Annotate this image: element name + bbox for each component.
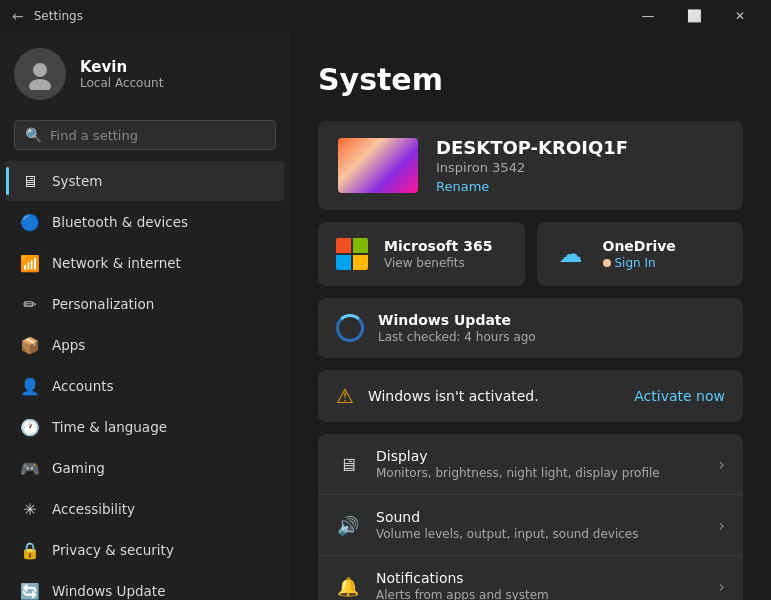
onedrive-info: OneDrive Sign In [603,238,676,270]
sidebar-item-accounts[interactable]: 👤 Accounts [6,366,284,406]
user-info: Kevin Local Account [80,58,163,90]
personalization-nav-icon: ✏️ [20,294,40,314]
gaming-nav-icon: 🎮 [20,458,40,478]
windows-update-card[interactable]: Windows Update Last checked: 4 hours ago [318,298,743,358]
network-nav-icon: 📶 [20,253,40,273]
sidebar-item-accessibility[interactable]: ✳ Accessibility [6,489,284,529]
notifications-setting-sub: Alerts from apps and system [376,588,703,600]
onedrive-sub: Sign In [603,256,676,270]
search-icon: 🔍 [25,127,42,143]
back-icon[interactable]: ← [12,8,24,24]
notifications-chevron-icon: › [719,577,725,596]
device-thumbnail [338,138,418,193]
titlebar-left: ← Settings [12,8,83,24]
update-title: Windows Update [378,312,536,328]
svg-point-0 [33,63,47,77]
sidebar-item-bluetooth[interactable]: 🔵 Bluetooth & devices [6,202,284,242]
accounts-nav-icon: 👤 [20,376,40,396]
bluetooth-nav-icon: 🔵 [20,212,40,232]
sidebar-item-system[interactable]: 🖥 System [6,161,284,201]
app-title: Settings [34,9,83,23]
accounts-nav-label: Accounts [52,378,114,394]
setting-item-display[interactable]: 🖥 Display Monitors, brightness, night li… [318,434,743,495]
bluetooth-nav-label: Bluetooth & devices [52,214,188,230]
nav-container: 🖥 System 🔵 Bluetooth & devices 📶 Network… [0,160,290,600]
page-title: System [318,62,743,97]
setting-item-notifications[interactable]: 🔔 Notifications Alerts from apps and sys… [318,556,743,600]
main-layout: Kevin Local Account 🔍 🖥 System 🔵 Bluetoo… [0,32,771,600]
sound-chevron-icon: › [719,516,725,535]
notifications-setting-title: Notifications [376,570,703,586]
device-name: DESKTOP-KROIQ1F [436,137,723,158]
network-nav-label: Network & internet [52,255,181,271]
display-setting-icon: 🖥 [336,454,360,475]
ms365-icon [334,236,370,272]
activation-alert[interactable]: ⚠ Windows isn't activated. Activate now [318,370,743,422]
user-section[interactable]: Kevin Local Account [0,32,290,116]
ms365-sub: View benefits [384,256,492,270]
sound-setting-icon: 🔊 [336,515,360,536]
device-info: DESKTOP-KROIQ1F Inspiron 3542 Rename [436,137,723,194]
time-nav-icon: 🕐 [20,417,40,437]
personalization-nav-label: Personalization [52,296,154,312]
sidebar-item-privacy[interactable]: 🔒 Privacy & security [6,530,284,570]
sidebar-item-network[interactable]: 📶 Network & internet [6,243,284,283]
notifications-setting-icon: 🔔 [336,576,360,597]
sound-setting-title: Sound [376,509,703,525]
accessibility-nav-label: Accessibility [52,501,135,517]
system-nav-icon: 🖥 [20,171,40,191]
content-area: System DESKTOP-KROIQ1F Inspiron 3542 Ren… [290,32,771,600]
onedrive-icon: ☁ [553,236,589,272]
sidebar-item-winupdate[interactable]: 🔄 Windows Update [6,571,284,600]
sidebar-item-personalization[interactable]: ✏️ Personalization [6,284,284,324]
winupdate-nav-label: Windows Update [52,583,165,599]
quick-cards: Microsoft 365 View benefits ☁ OneDrive S… [318,222,743,286]
user-name: Kevin [80,58,163,76]
display-setting-sub: Monitors, brightness, night light, displ… [376,466,703,480]
sound-setting-sub: Volume levels, output, input, sound devi… [376,527,703,541]
sidebar: Kevin Local Account 🔍 🖥 System 🔵 Bluetoo… [0,32,290,600]
titlebar: ← Settings — ⬜ ✕ [0,0,771,32]
activate-now-link[interactable]: Activate now [634,388,725,404]
close-button[interactable]: ✕ [717,0,763,32]
quick-card-ms365[interactable]: Microsoft 365 View benefits [318,222,525,286]
privacy-nav-icon: 🔒 [20,540,40,560]
system-nav-label: System [52,173,102,189]
sidebar-item-apps[interactable]: 📦 Apps [6,325,284,365]
device-model: Inspiron 3542 [436,160,723,175]
user-type: Local Account [80,76,163,90]
window-controls: — ⬜ ✕ [625,0,763,32]
display-setting-title: Display [376,448,703,464]
minimize-button[interactable]: — [625,0,671,32]
ms365-info: Microsoft 365 View benefits [384,238,492,270]
activation-text: Windows isn't activated. [368,388,620,404]
device-card: DESKTOP-KROIQ1F Inspiron 3542 Rename [318,121,743,210]
setting-item-sound[interactable]: 🔊 Sound Volume levels, output, input, so… [318,495,743,556]
sound-setting-info: Sound Volume levels, output, input, soun… [376,509,703,541]
apps-nav-label: Apps [52,337,85,353]
time-nav-label: Time & language [52,419,167,435]
display-chevron-icon: › [719,455,725,474]
ms365-title: Microsoft 365 [384,238,492,254]
sidebar-item-gaming[interactable]: 🎮 Gaming [6,448,284,488]
gaming-nav-label: Gaming [52,460,105,476]
avatar [14,48,66,100]
search-box[interactable]: 🔍 [14,120,276,150]
apps-nav-icon: 📦 [20,335,40,355]
display-setting-info: Display Monitors, brightness, night ligh… [376,448,703,480]
privacy-nav-label: Privacy & security [52,542,174,558]
update-sub: Last checked: 4 hours ago [378,330,536,344]
winupdate-nav-icon: 🔄 [20,581,40,600]
sidebar-item-time[interactable]: 🕐 Time & language [6,407,284,447]
settings-group: 🖥 Display Monitors, brightness, night li… [318,434,743,600]
update-info: Windows Update Last checked: 4 hours ago [378,312,536,344]
update-spinner-icon [336,314,364,342]
quick-card-onedrive[interactable]: ☁ OneDrive Sign In [537,222,744,286]
device-rename-link[interactable]: Rename [436,179,723,194]
onedrive-title: OneDrive [603,238,676,254]
maximize-button[interactable]: ⬜ [671,0,717,32]
warning-icon: ⚠ [336,384,354,408]
svg-point-1 [29,79,51,90]
search-input[interactable] [50,128,265,143]
notifications-setting-info: Notifications Alerts from apps and syste… [376,570,703,600]
